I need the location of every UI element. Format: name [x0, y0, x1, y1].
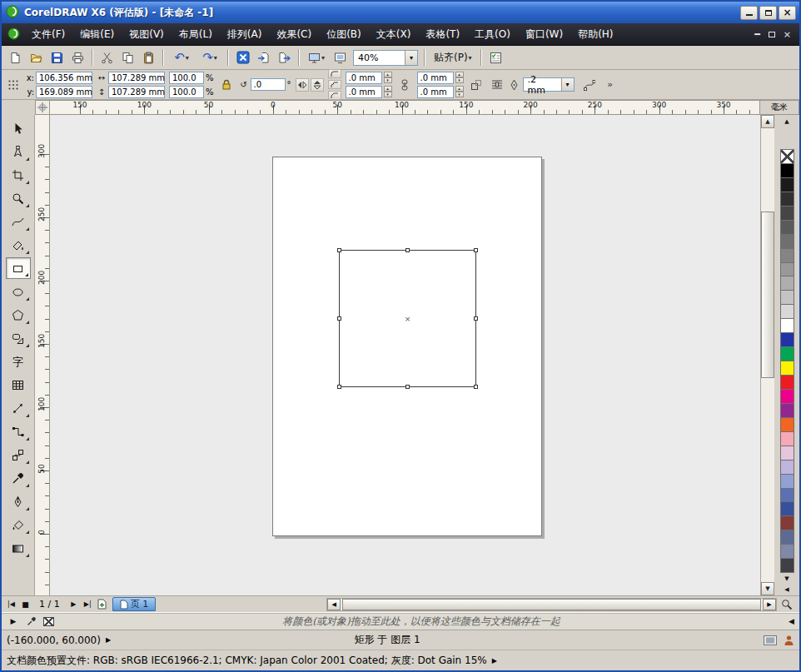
corner-radius-tr-spinner[interactable]: ▴▾ — [455, 72, 464, 83]
menu-item[interactable]: 文本(X) — [369, 23, 419, 45]
color-swatch[interactable] — [780, 248, 794, 263]
color-swatch[interactable] — [780, 163, 794, 178]
selection-handle[interactable] — [337, 316, 341, 321]
color-swatch[interactable] — [780, 431, 794, 446]
menu-item[interactable]: 效果(C) — [269, 23, 319, 45]
welcome-screen-button[interactable]: ▾ — [303, 48, 330, 67]
vertical-scroll-thumb[interactable] — [761, 212, 774, 378]
scroll-right-button[interactable]: ▶ — [763, 599, 776, 610]
menu-item[interactable]: 位图(B) — [319, 23, 369, 45]
scale-v-field[interactable]: 100.0 — [169, 86, 204, 98]
horizontal-scroll-thumb[interactable] — [342, 599, 761, 610]
palette-eyedropper-button[interactable] — [25, 615, 38, 627]
minimize-button[interactable] — [740, 6, 758, 20]
smart-fill-tool[interactable] — [6, 234, 31, 256]
rectangle-tool[interactable] — [6, 257, 31, 279]
outline-width-dropdown-icon[interactable]: ▾ — [561, 78, 574, 91]
welcome-dropdown-icon[interactable]: ▾ — [321, 54, 325, 62]
menu-item[interactable]: 编辑(E) — [72, 23, 122, 45]
ellipse-tool[interactable] — [6, 281, 31, 302]
scroll-left-button[interactable]: ◀ — [327, 599, 341, 610]
property-bar-overflow-button[interactable]: » — [602, 77, 619, 93]
crop-tool[interactable] — [6, 164, 31, 186]
zoom-dropdown-icon[interactable]: ▾ — [405, 51, 417, 65]
color-swatch[interactable] — [780, 417, 794, 432]
parallel-dimension-tool[interactable] — [6, 397, 31, 419]
color-swatch[interactable] — [780, 446, 794, 460]
color-swatch[interactable] — [780, 304, 794, 319]
lock-ratio-button[interactable] — [218, 77, 235, 93]
x-position-field[interactable]: 106.356 mm — [36, 72, 92, 84]
corner-radius-bl-field[interactable]: .0 mm — [346, 86, 382, 98]
menu-item[interactable]: 表格(T) — [418, 23, 467, 45]
color-swatch[interactable] — [780, 544, 794, 559]
no-color-well-icon[interactable] — [43, 617, 54, 626]
mdi-close-button[interactable]: × — [784, 30, 791, 39]
horizontal-ruler[interactable]: 15010050050100150200250300350 — [50, 100, 760, 115]
corner-radius-br-spinner[interactable]: ▴▾ — [455, 86, 464, 97]
palette-scroll-up-button[interactable]: ▲ — [780, 116, 794, 127]
width-field[interactable]: 107.289 mm — [108, 72, 165, 84]
outline-width-combo[interactable]: .2 mm ▾ — [523, 77, 575, 92]
undo-dropdown-icon[interactable]: ▾ — [186, 54, 189, 62]
mirror-horizontal-button[interactable] — [296, 78, 309, 92]
go-to-page-button[interactable]: ■ — [18, 598, 32, 611]
selection-handle[interactable] — [474, 316, 478, 321]
color-swatch[interactable] — [780, 530, 794, 545]
relative-corner-scaling-button[interactable] — [468, 77, 485, 93]
menu-item[interactable]: 文件(F) — [24, 23, 72, 45]
color-swatch[interactable] — [780, 488, 794, 503]
copy-button[interactable] — [117, 48, 138, 67]
next-page-button[interactable]: ▶ — [67, 598, 81, 611]
pan-zoom-button[interactable] — [777, 599, 797, 610]
pick-tool[interactable] — [6, 117, 31, 139]
color-swatch[interactable] — [780, 389, 794, 404]
undo-button[interactable]: ↶▾ — [167, 48, 196, 67]
menu-item[interactable]: 视图(V) — [122, 23, 172, 45]
selection-handle[interactable] — [474, 385, 478, 389]
height-field[interactable]: 107.289 mm — [108, 86, 165, 98]
edit-corners-together-button[interactable] — [396, 77, 413, 93]
vertical-ruler[interactable]: 300250200150100500 — [35, 115, 50, 595]
application-launcher-button[interactable] — [232, 48, 253, 67]
color-swatch[interactable] — [780, 501, 794, 516]
paste-button[interactable] — [138, 48, 159, 67]
open-button[interactable] — [26, 48, 47, 67]
selection-handle[interactable] — [474, 248, 478, 252]
vertical-scroll-track[interactable] — [761, 128, 774, 582]
zoom-level-combo[interactable]: 40% ▾ — [353, 50, 418, 66]
corner-radius-bl-spinner[interactable]: ▴▾ — [384, 86, 392, 97]
menu-item[interactable]: 帮助(H) — [570, 23, 620, 45]
redo-dropdown-icon[interactable]: ▾ — [214, 54, 217, 62]
new-document-button[interactable] — [5, 48, 26, 67]
drawn-rectangle-object[interactable]: × — [339, 250, 476, 387]
convert-to-curves-button[interactable] — [581, 77, 598, 93]
color-swatch[interactable] — [780, 177, 794, 192]
export-button[interactable] — [274, 48, 295, 67]
scroll-up-button[interactable]: ▲ — [761, 115, 774, 128]
corner-radius-tl-field[interactable]: .0 mm — [346, 72, 382, 84]
color-swatch[interactable] — [780, 234, 794, 249]
redo-button[interactable]: ↷▾ — [196, 48, 224, 67]
zoom-tool[interactable] — [6, 187, 31, 209]
freehand-tool[interactable] — [6, 211, 31, 232]
horizontal-scroll-track[interactable] — [341, 599, 763, 610]
menu-item[interactable]: 窗口(W) — [518, 23, 570, 45]
table-tool[interactable] — [6, 374, 31, 396]
scale-h-field[interactable]: 100.0 — [169, 72, 204, 84]
nudge-grid-button[interactable] — [5, 77, 22, 93]
fill-tool[interactable] — [6, 514, 31, 535]
palette-expand-button[interactable]: ◀ — [780, 584, 794, 595]
fullscreen-preview-button[interactable] — [330, 48, 351, 67]
scalloped-corner-button[interactable] — [328, 80, 341, 89]
wrap-text-button[interactable] — [489, 77, 505, 93]
color-swatch[interactable] — [780, 220, 794, 235]
color-swatch[interactable] — [780, 460, 794, 475]
snap-dropdown-icon[interactable]: ▾ — [469, 54, 472, 62]
vertical-scrollbar[interactable]: ▲ ▼ — [760, 115, 774, 595]
menu-item[interactable]: 布局(L) — [172, 23, 220, 45]
preview-toggle-icon[interactable] — [764, 635, 777, 645]
corner-radius-tr-field[interactable]: .0 mm — [417, 72, 454, 84]
color-swatch[interactable] — [780, 346, 794, 361]
color-swatch[interactable] — [780, 361, 794, 376]
